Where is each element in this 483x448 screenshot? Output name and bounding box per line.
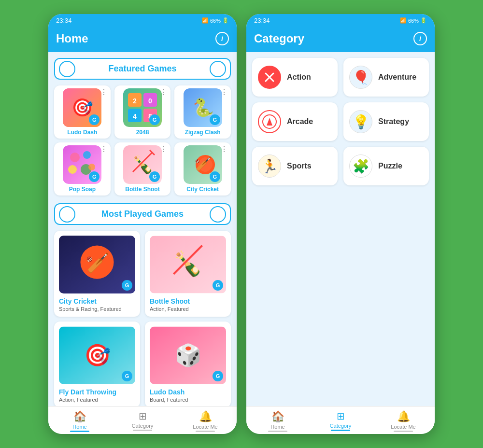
home-phone: 23:34 📶 66% 🔋 Home i Featured Games ⋮	[48, 14, 237, 434]
svg-point-15	[83, 151, 91, 159]
cat-nav-home[interactable]: 🏠 Home	[246, 410, 309, 432]
city-cricket-mp-name: City Cricket	[59, 297, 135, 305]
zigzag-thumb: G 🐍	[184, 88, 222, 127]
svg-text:🎯: 🎯	[84, 342, 111, 368]
city-cricket-thumb: G 🏏	[184, 145, 222, 184]
cat-nav-category[interactable]: ⊞ Category	[309, 410, 372, 432]
category-nav-indicator	[133, 430, 152, 431]
mp-card-blue[interactable]: ⋮ G 🎯	[54, 322, 140, 406]
cat-home-nav-indicator	[268, 431, 287, 432]
ludo-dash-name: Ludo Dash	[57, 129, 108, 136]
category-time: 23:34	[254, 17, 270, 24]
svg-text:0: 0	[148, 97, 152, 105]
cat-locate-nav-icon: 🔔	[397, 410, 410, 423]
game-card-bottle-shoot[interactable]: ⋮ G 🍾	[114, 142, 171, 196]
home-content: Featured Games ⋮ G	[48, 52, 237, 406]
category-card-adventure[interactable]: 🎈 Adventure	[343, 58, 429, 97]
cat-category-nav-label: Category	[330, 423, 352, 429]
svg-text:🐍: 🐍	[192, 97, 213, 118]
category-status-icons: 📶 66% 🔋	[400, 17, 427, 24]
game-card-ludo-dash[interactable]: ⋮ G 🎯	[54, 85, 111, 139]
sports-icon: 🏃	[258, 154, 281, 178]
category-card-arcade[interactable]: Arcade	[252, 102, 338, 141]
category-card-strategy[interactable]: 💡 Strategy	[343, 102, 429, 141]
g-badge: G	[122, 280, 132, 291]
category-info-button[interactable]: i	[413, 32, 427, 45]
game-card-2048[interactable]: ⋮ G 2	[114, 85, 171, 139]
action-icon	[258, 66, 281, 89]
svg-point-18	[88, 164, 95, 170]
category-card-puzzle[interactable]: 🧩 Puzzle	[343, 147, 429, 185]
arcade-icon-svg	[262, 114, 277, 129]
strategy-category-name: Strategy	[378, 117, 409, 126]
popsoap-name: Pop Soap	[57, 186, 108, 193]
adventure-icon: 🎈	[349, 66, 372, 89]
home-status-bar: 23:34 📶 66% 🔋	[48, 14, 237, 27]
screens-container: 23:34 📶 66% 🔋 Home i Featured Games ⋮	[48, 14, 435, 434]
sports-category-name: Sports	[287, 162, 312, 170]
category-card-sports[interactable]: 🏃 Sports	[252, 147, 338, 185]
svg-point-14	[70, 153, 80, 162]
g-badge: G	[213, 371, 223, 381]
category-bottom-nav: 🏠 Home ⊞ Category 🔔 Locate Me	[246, 406, 435, 434]
bottle-shoot-mp-thumb: G 🍾	[150, 236, 226, 294]
home-nav-indicator	[70, 431, 89, 432]
svg-text:🏏: 🏏	[85, 252, 110, 274]
mp-card-city-cricket[interactable]: ⋮ G 🏏	[54, 231, 140, 317]
home-time: 23:34	[56, 17, 72, 24]
cat-nav-locate[interactable]: 🔔 Locate Me	[372, 410, 435, 432]
sports-icon-emoji: 🏃	[261, 158, 278, 174]
mp-card-bottle-shoot[interactable]: ⋮ G 🍾	[145, 231, 231, 317]
home-bottom-nav: 🏠 Home ⊞ Category 🔔 Locate Me	[48, 406, 237, 434]
locate-nav-label: Locate Me	[193, 424, 217, 430]
nav-home[interactable]: 🏠 Home	[48, 410, 111, 432]
most-played-title: Most Played Games	[101, 209, 184, 219]
adventure-category-name: Adventure	[378, 73, 416, 82]
category-grid: Action 🎈 Adventure	[246, 52, 435, 191]
g-badge: G	[210, 114, 220, 125]
game-card-popsoap[interactable]: ⋮ G	[54, 142, 111, 196]
city-cricket-name: City Cricket	[177, 186, 228, 193]
city-cricket-mp-tags: Sports & Racing, Featured	[59, 306, 135, 312]
mp-card-ludo2[interactable]: ⋮ G 🎲	[145, 322, 231, 406]
svg-text:🍾: 🍾	[173, 250, 203, 278]
category-nav-icon: ⊞	[139, 410, 147, 422]
ludo2-mp-thumb: G 🎲	[150, 326, 226, 384]
g-badge: G	[213, 280, 223, 291]
category-card-action[interactable]: Action	[252, 58, 338, 97]
home-nav-label: Home	[72, 424, 86, 430]
svg-text:🍾: 🍾	[131, 154, 153, 175]
cat-home-nav-label: Home	[270, 424, 284, 430]
svg-text:🏏: 🏏	[194, 156, 211, 172]
category-nav-label: Category	[132, 423, 154, 429]
home-status-icons: 📶 66% 🔋	[202, 17, 229, 24]
nav-locate[interactable]: 🔔 Locate Me	[174, 410, 237, 432]
game-card-city-cricket[interactable]: ⋮ G	[174, 142, 231, 196]
home-title: Home	[56, 32, 88, 45]
home-info-button[interactable]: i	[215, 32, 229, 45]
blue-mp-thumb: G 🎯	[59, 326, 135, 384]
ludo2-mp-name: Ludo Dash	[150, 388, 226, 396]
cat-locate-nav-indicator	[394, 431, 413, 432]
game-card-zigzag[interactable]: ⋮ G 🐍	[174, 85, 231, 139]
svg-text:4: 4	[133, 112, 137, 120]
nav-category[interactable]: ⊞ Category	[111, 410, 174, 432]
featured-games-grid: ⋮ G 🎯	[54, 85, 231, 196]
category-top-bar: Category i	[246, 27, 435, 52]
puzzle-category-name: Puzzle	[378, 162, 402, 170]
2048-thumb: G 2 0	[123, 88, 162, 127]
cat-home-nav-icon: 🏠	[271, 410, 284, 423]
svg-text:🎲: 🎲	[175, 342, 202, 368]
svg-point-16	[68, 165, 77, 174]
action-icon-svg	[262, 70, 277, 85]
puzzle-icon-emoji: 🧩	[353, 158, 369, 174]
popsoap-thumb: G	[63, 145, 101, 184]
2048-name: 2048	[117, 129, 168, 136]
bottle-shoot-name: Bottle Shoot	[117, 186, 168, 193]
ludo2-mp-tags: Board, Featured	[150, 397, 226, 403]
bottle-shoot-thumb: G 🍾	[123, 145, 162, 184]
bottle-shoot-mp-name: Bottle Shoot	[150, 297, 226, 305]
blue-mp-tags: Action, Featured	[59, 397, 135, 403]
strategy-icon: 💡	[349, 110, 372, 133]
cat-category-nav-indicator	[331, 430, 350, 431]
